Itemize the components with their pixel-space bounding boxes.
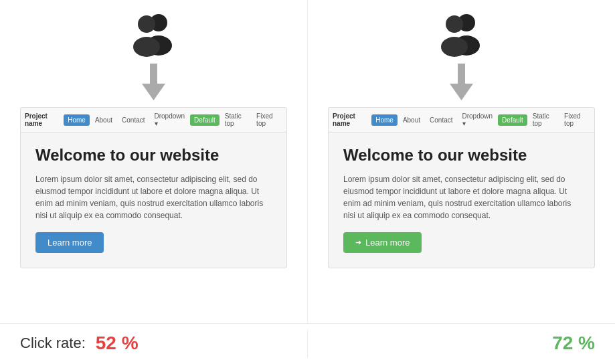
nav-about[interactable]: About: [91, 114, 116, 126]
svg-marker-5: [142, 84, 165, 100]
svg-rect-10: [458, 64, 465, 85]
nav-static-right[interactable]: Static top: [529, 110, 559, 129]
card-text-left: Lorem ipsum dolor sit amet, consectetur …: [35, 173, 272, 221]
svg-point-3: [133, 37, 160, 57]
mini-navbar-left: Project name Home About Contact Dropdown…: [20, 107, 287, 132]
nav-brand-right: Project name: [333, 112, 366, 127]
main-content: Project name Home About Contact Dropdown…: [0, 0, 615, 323]
nav-static[interactable]: Static top: [221, 110, 251, 129]
nav-home-right[interactable]: Home: [371, 114, 398, 126]
content-card-right: Welcome to our website Lorem ipsum dolor…: [328, 132, 595, 268]
users-icon-right: [432, 13, 492, 57]
nav-brand: Project name: [25, 112, 58, 127]
nav-home[interactable]: Home: [64, 114, 90, 126]
arrow-icon: [142, 64, 165, 100]
nav-contact-right[interactable]: Contact: [426, 114, 456, 126]
nav-about-right[interactable]: About: [399, 114, 424, 126]
learn-more-button-right[interactable]: ➜ Learn more: [343, 232, 422, 253]
nav-default-right[interactable]: Default: [498, 114, 527, 126]
nav-default[interactable]: Default: [190, 114, 219, 126]
nav-contact[interactable]: Contact: [118, 114, 149, 126]
click-rate-row: Click rate: 52 % 72 %: [0, 323, 615, 364]
svg-point-9: [441, 37, 468, 57]
card-text-right: Lorem ipsum dolor sit amet, consectetur …: [343, 173, 580, 221]
click-rate-value-right: 72 %: [552, 333, 595, 354]
svg-rect-4: [150, 64, 157, 85]
nav-dropdown[interactable]: Dropdown ▾: [151, 110, 189, 129]
svg-point-8: [446, 15, 463, 33]
learn-more-button-left[interactable]: Learn more: [35, 232, 104, 253]
nav-fixed-right[interactable]: Fixed top: [560, 110, 590, 129]
content-card-left: Welcome to our website Lorem ipsum dolor…: [20, 132, 287, 268]
click-rate-right: 72 %: [308, 329, 615, 357]
arrow-icon-right: [450, 64, 473, 100]
click-rate-value-left: 52 %: [96, 333, 139, 354]
users-icon: [124, 13, 184, 57]
right-panel: Project name Home About Contact Dropdown…: [308, 0, 615, 323]
button-arrow-icon: ➜: [355, 238, 361, 247]
learn-more-label-left: Learn more: [48, 238, 92, 248]
nav-dropdown-right[interactable]: Dropdown ▾: [458, 110, 497, 129]
nav-fixed[interactable]: Fixed top: [252, 110, 282, 129]
learn-more-label-right: Learn more: [365, 238, 410, 248]
svg-marker-11: [450, 84, 473, 100]
card-title-left: Welcome to our website: [35, 146, 272, 165]
click-rate-label-left: Click rate:: [20, 335, 86, 352]
card-title-right: Welcome to our website: [343, 146, 580, 165]
click-rate-left: Click rate: 52 %: [0, 329, 307, 357]
mini-navbar-right: Project name Home About Contact Dropdown…: [328, 107, 595, 132]
left-panel: Project name Home About Contact Dropdown…: [0, 0, 307, 323]
svg-point-2: [138, 15, 155, 33]
